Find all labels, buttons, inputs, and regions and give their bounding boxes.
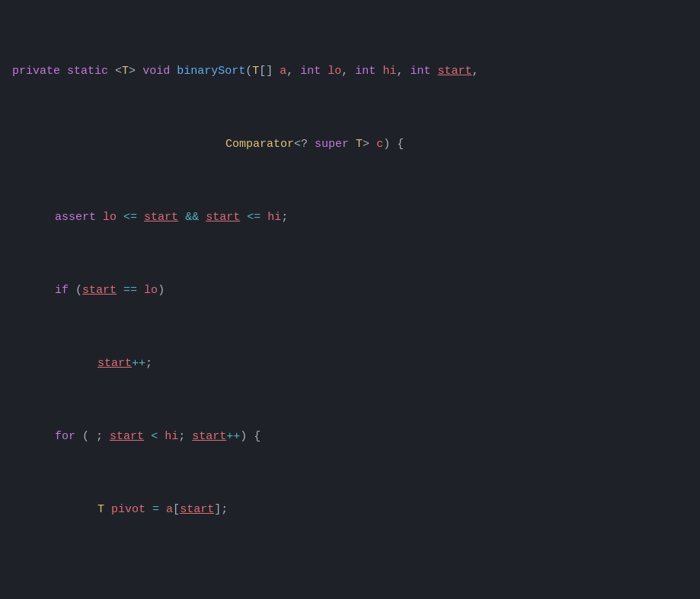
code-line-5: start++; [0,355,700,373]
code-line-1: private static <T> void binarySort(T[] a… [0,62,700,81]
code-line-2: Comparator<? super T> c) { [0,135,700,154]
code-editor: private static <T> void binarySort(T[] a… [0,0,700,599]
code-line-4: if (start == lo) [0,282,700,300]
code-line-3: assert lo <= start && start <= hi; [0,209,700,227]
code-line-7: T pivot = a[start]; [0,501,700,519]
code-line-8 [0,574,700,592]
code-line-6: for ( ; start < hi; start++) { [0,428,700,446]
